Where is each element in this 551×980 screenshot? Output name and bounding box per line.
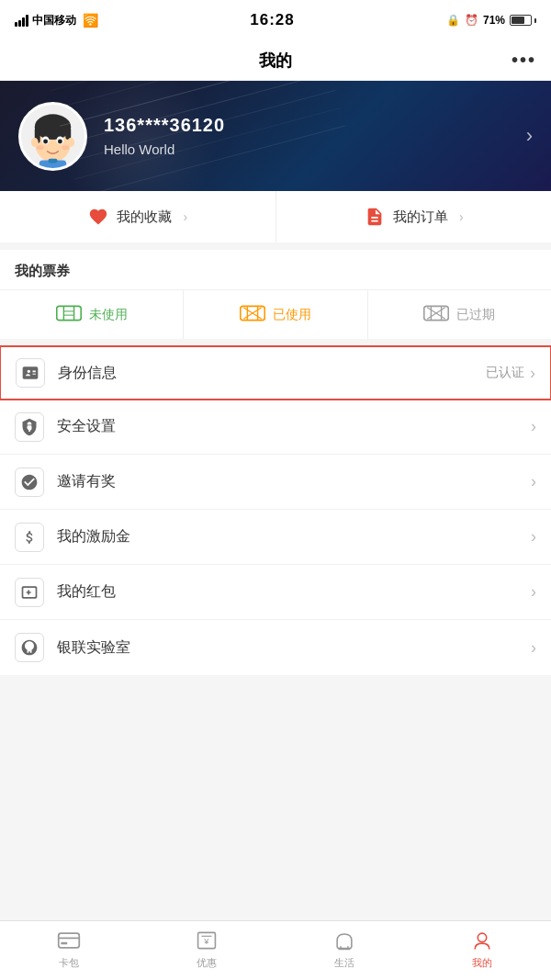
redpacket-arrow: › (531, 582, 536, 602)
tab-life[interactable]: 生活 (276, 928, 413, 974)
order-icon (364, 206, 386, 228)
ticket-unused-icon (56, 303, 82, 326)
favorites-arrow: › (183, 209, 187, 224)
ticket-expired-label: 已过期 (456, 307, 495, 323)
tab-bar: 卡包 ¥ 优惠 生活 (0, 920, 551, 980)
svg-point-10 (37, 145, 44, 150)
profile-info: 136****36120 Hello World (104, 115, 526, 157)
profile-banner[interactable]: 136****36120 Hello World › (0, 81, 551, 191)
svg-point-8 (43, 139, 48, 143)
tab-card-wallet[interactable]: 卡包 (0, 928, 138, 974)
avatar (18, 102, 87, 171)
profile-name: Hello World (104, 141, 526, 157)
redpacket-icon (15, 578, 44, 607)
battery-icon (510, 15, 536, 26)
svg-rect-31 (61, 942, 67, 945)
svg-point-5 (67, 137, 74, 146)
invite-label: 邀请有奖 (57, 472, 531, 491)
security-icon (15, 412, 44, 442)
signal-icon (15, 14, 28, 27)
profile-phone: 136****36120 (104, 115, 526, 136)
identity-arrow: › (530, 364, 535, 383)
menu-item-identity[interactable]: 身份信息 已认证 › (0, 345, 551, 400)
svg-rect-14 (56, 306, 81, 320)
lab-label: 银联实验室 (57, 638, 531, 658)
alarm-icon: ⏰ (465, 14, 478, 27)
life-icon (332, 928, 357, 953)
svg-point-6 (42, 136, 50, 144)
ticket-used-icon (240, 303, 265, 326)
ticket-used-button[interactable]: 已使用 (183, 290, 366, 339)
ticket-unused-button[interactable]: 未使用 (0, 290, 183, 339)
profile-arrow: › (526, 124, 533, 148)
svg-rect-29 (59, 933, 80, 948)
top-nav: 我的 ••• (0, 40, 551, 81)
discounts-icon: ¥ (194, 928, 219, 953)
tab-life-label: 生活 (334, 956, 354, 970)
menu-item-security[interactable]: 安全设置 › (0, 400, 551, 455)
svg-text:¥: ¥ (203, 936, 209, 946)
security-label: 安全设置 (57, 417, 531, 436)
carrier-label: 中国移动 (32, 13, 76, 28)
tab-mine-label: 我的 (472, 956, 492, 970)
lab-arrow: › (531, 638, 536, 658)
bonus-arrow: › (531, 527, 536, 546)
invite-icon (15, 467, 44, 497)
mine-icon (469, 928, 495, 953)
orders-arrow: › (459, 209, 464, 224)
battery-percent: 71% (483, 14, 505, 27)
ticket-row: 未使用 已使用 (0, 289, 551, 339)
invite-arrow: › (531, 472, 536, 491)
svg-point-38 (478, 933, 486, 941)
ticket-unused-label: 未使用 (89, 307, 128, 323)
svg-rect-12 (39, 160, 67, 167)
favorites-label: 我的收藏 (117, 208, 172, 226)
card-wallet-icon (56, 928, 82, 953)
svg-point-11 (62, 145, 69, 150)
tab-discounts-label: 优惠 (197, 956, 217, 970)
lock-icon: 🔒 (446, 14, 460, 27)
identity-label: 身份信息 (58, 364, 486, 383)
identity-icon (16, 358, 45, 388)
heart-icon (87, 206, 109, 228)
svg-point-9 (58, 139, 62, 143)
time-label: 16:28 (250, 11, 294, 29)
wifi-icon: 🛜 (83, 13, 98, 28)
menu-item-invite[interactable]: 邀请有奖 › (0, 455, 551, 510)
svg-rect-3 (65, 127, 71, 140)
status-left: 中国移动 🛜 (15, 13, 98, 28)
svg-point-7 (56, 136, 63, 144)
svg-rect-13 (49, 158, 58, 163)
ticket-expired-icon (423, 303, 449, 326)
status-right: 🔒 ⏰ 71% (446, 14, 536, 27)
status-bar: 中国移动 🛜 16:28 🔒 ⏰ 71% (0, 0, 551, 40)
tab-discounts[interactable]: ¥ 优惠 (138, 928, 276, 974)
ticket-used-label: 已使用 (273, 307, 311, 323)
security-arrow: › (531, 417, 536, 436)
ticket-section: 我的票券 未使用 (0, 250, 551, 339)
my-favorites-button[interactable]: 我的收藏 › (0, 191, 276, 242)
bonus-label: 我的激励金 (57, 527, 531, 546)
tab-card-wallet-label: 卡包 (59, 956, 79, 970)
my-orders-button[interactable]: 我的订单 › (276, 191, 552, 242)
svg-point-4 (31, 137, 39, 146)
lab-icon (15, 633, 44, 662)
menu-item-lab[interactable]: 银联实验室 › (0, 620, 551, 675)
page-title: 我的 (259, 50, 292, 72)
more-button[interactable]: ••• (512, 50, 536, 71)
menu-section: 身份信息 已认证 › 安全设置 › 邀请有奖 › (0, 345, 551, 675)
identity-status: 已认证 (486, 365, 524, 381)
ticket-expired-button[interactable]: 已过期 (367, 290, 551, 339)
menu-item-bonus[interactable]: 我的激励金 › (0, 510, 551, 565)
quick-actions: 我的收藏 › 我的订单 › (0, 191, 551, 250)
tab-mine[interactable]: 我的 (413, 928, 551, 974)
redpacket-label: 我的红包 (57, 582, 531, 602)
orders-label: 我的订单 (393, 208, 448, 226)
bonus-icon (15, 523, 44, 552)
ticket-section-title: 我的票券 (0, 250, 551, 289)
menu-item-redpacket[interactable]: 我的红包 › (0, 565, 551, 620)
